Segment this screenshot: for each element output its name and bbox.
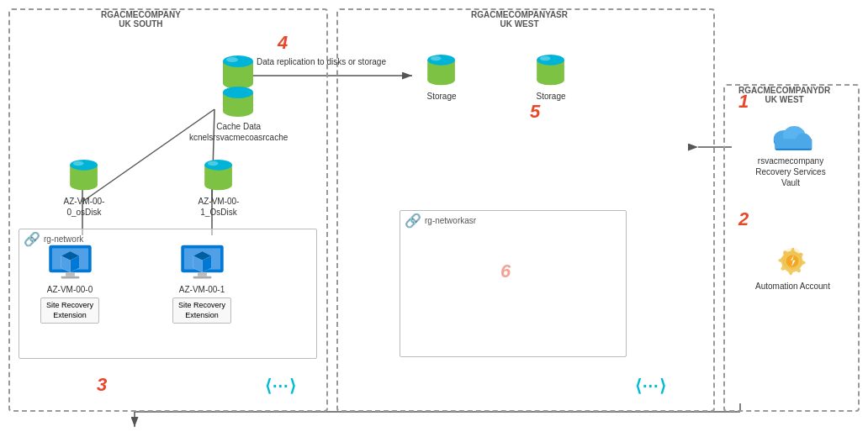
storage1-icon: Storage xyxy=(421,46,463,102)
svg-point-27 xyxy=(208,161,219,166)
diagram-container: rgacmecompany UK SOUTH rgacmecompanyasr … xyxy=(0,0,868,437)
svg-point-46 xyxy=(427,55,455,66)
asr-region-label: rgacmecompanyasr UK WEST xyxy=(471,10,568,29)
automation-icon: Automation Account xyxy=(755,240,830,292)
svg-rect-35 xyxy=(61,276,79,279)
asr-ellipsis: ⟨···⟩ xyxy=(635,376,667,396)
storage2-icon: Storage xyxy=(530,46,572,102)
ext2-box: Site Recovery Extension xyxy=(172,297,231,324)
svg-point-19 xyxy=(223,87,253,98)
svg-point-51 xyxy=(540,56,551,61)
svg-point-47 xyxy=(431,56,442,61)
step-3: 3 xyxy=(97,374,107,396)
disk2-icon: AZ-VM-00-1_OsDisk xyxy=(181,151,257,218)
svg-point-22 xyxy=(70,160,98,171)
svg-point-15 xyxy=(223,55,253,67)
svg-point-23 xyxy=(73,161,84,166)
svg-rect-34 xyxy=(66,272,75,276)
source-region-label: rgacmecompany UK SOUTH xyxy=(101,10,181,29)
disk1-icon: AZ-VM-00-0_osDisk xyxy=(46,151,122,218)
svg-point-50 xyxy=(537,55,564,66)
step-5: 5 xyxy=(530,101,540,123)
svg-point-16 xyxy=(226,57,238,62)
svg-rect-59 xyxy=(775,139,812,149)
svg-rect-43 xyxy=(193,276,211,279)
svg-point-61 xyxy=(786,255,799,267)
rg-networkasr-box: 🔗 rg-networkasr xyxy=(400,210,627,357)
step-1: 1 xyxy=(738,91,749,113)
rg-networkasr-label: 🔗 rg-networkasr xyxy=(400,211,626,230)
vm0-icon: AZ-VM-00-0 Site Recovery Extension xyxy=(40,244,99,324)
vm1-icon: AZ-VM-00-1 Site Recovery Extension xyxy=(172,244,231,324)
replication-label: Data replication to disks or storage xyxy=(257,57,386,66)
step-2: 2 xyxy=(738,208,749,230)
vault-icon: rsvacmecompany Recovery Services Vault xyxy=(749,118,833,188)
svg-rect-42 xyxy=(198,272,207,276)
source-ellipsis: ⟨···⟩ xyxy=(265,376,297,396)
dr-region-label: rgacmecompanydr UK WEST xyxy=(738,86,830,104)
svg-point-26 xyxy=(204,160,232,171)
ext1-box: Site Recovery Extension xyxy=(40,297,99,324)
